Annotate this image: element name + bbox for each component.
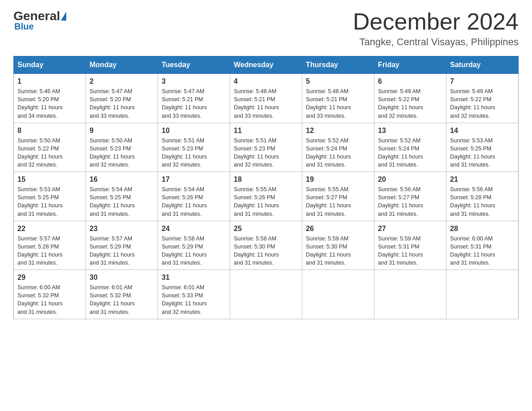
day-cell: 19 Sunrise: 5:55 AMSunset: 5:27 PMDaylig… (302, 172, 374, 221)
day-number: 16 (90, 176, 154, 184)
column-header-sunday: Sunday (14, 56, 86, 74)
day-cell: 6 Sunrise: 5:49 AMSunset: 5:22 PMDayligh… (374, 74, 446, 123)
day-number: 23 (90, 225, 154, 233)
location-title: Tangke, Central Visayas, Philippines (353, 36, 519, 48)
day-info: Sunrise: 5:56 AMSunset: 5:27 PMDaylight:… (378, 185, 442, 218)
day-info: Sunrise: 5:47 AMSunset: 5:20 PMDaylight:… (90, 87, 154, 120)
week-row-2: 8 Sunrise: 5:50 AMSunset: 5:22 PMDayligh… (14, 123, 519, 172)
day-cell: 23 Sunrise: 5:57 AMSunset: 5:29 PMDaylig… (86, 221, 158, 270)
logo: General Blue (13, 9, 67, 32)
day-cell: 25 Sunrise: 5:58 AMSunset: 5:30 PMDaylig… (230, 221, 302, 270)
day-cell: 30 Sunrise: 6:01 AMSunset: 5:32 PMDaylig… (86, 270, 158, 319)
day-cell: 31 Sunrise: 6:01 AMSunset: 5:33 PMDaylig… (158, 270, 230, 319)
day-info: Sunrise: 5:53 AMSunset: 5:25 PMDaylight:… (17, 185, 82, 218)
header-row: SundayMondayTuesdayWednesdayThursdayFrid… (14, 56, 519, 74)
day-number: 9 (90, 127, 154, 135)
day-info: Sunrise: 5:54 AMSunset: 5:26 PMDaylight:… (162, 185, 226, 218)
column-header-tuesday: Tuesday (158, 56, 230, 74)
day-cell: 24 Sunrise: 5:58 AMSunset: 5:29 PMDaylig… (158, 221, 230, 270)
day-number: 2 (90, 77, 154, 86)
day-number: 1 (17, 77, 82, 86)
day-cell: 4 Sunrise: 5:48 AMSunset: 5:21 PMDayligh… (230, 74, 302, 123)
logo-blue-text: Blue (13, 21, 34, 32)
day-info: Sunrise: 6:00 AMSunset: 5:31 PMDaylight:… (450, 235, 515, 267)
day-info: Sunrise: 6:00 AMSunset: 5:32 PMDaylight:… (17, 283, 82, 316)
day-info: Sunrise: 5:50 AMSunset: 5:23 PMDaylight:… (90, 137, 154, 169)
day-cell: 8 Sunrise: 5:50 AMSunset: 5:22 PMDayligh… (14, 123, 86, 172)
day-cell: 10 Sunrise: 5:51 AMSunset: 5:23 PMDaylig… (158, 123, 230, 172)
day-info: Sunrise: 6:01 AMSunset: 5:33 PMDaylight:… (162, 283, 226, 316)
day-info: Sunrise: 5:46 AMSunset: 5:20 PMDaylight:… (17, 87, 82, 120)
day-info: Sunrise: 5:50 AMSunset: 5:22 PMDaylight:… (17, 137, 82, 169)
day-cell: 14 Sunrise: 5:53 AMSunset: 5:25 PMDaylig… (446, 123, 519, 172)
day-cell: 28 Sunrise: 6:00 AMSunset: 5:31 PMDaylig… (446, 221, 519, 270)
week-row-3: 15 Sunrise: 5:53 AMSunset: 5:25 PMDaylig… (14, 172, 519, 221)
day-cell: 15 Sunrise: 5:53 AMSunset: 5:25 PMDaylig… (14, 172, 86, 221)
day-number: 24 (162, 225, 226, 233)
calendar-table: SundayMondayTuesdayWednesdayThursdayFrid… (13, 56, 519, 319)
day-info: Sunrise: 5:57 AMSunset: 5:28 PMDaylight:… (17, 235, 82, 267)
day-number: 11 (234, 127, 298, 135)
month-title: December 2024 (353, 9, 519, 34)
day-cell: 17 Sunrise: 5:54 AMSunset: 5:26 PMDaylig… (158, 172, 230, 221)
page-header: General Blue December 2024 Tangke, Centr… (13, 9, 519, 48)
day-number: 10 (162, 127, 226, 135)
day-info: Sunrise: 5:51 AMSunset: 5:23 PMDaylight:… (162, 137, 226, 169)
day-cell: 27 Sunrise: 5:59 AMSunset: 5:31 PMDaylig… (374, 221, 446, 270)
day-info: Sunrise: 5:56 AMSunset: 5:28 PMDaylight:… (450, 185, 515, 218)
day-number: 5 (306, 77, 370, 86)
day-number: 8 (17, 127, 82, 135)
day-info: Sunrise: 5:58 AMSunset: 5:30 PMDaylight:… (234, 235, 298, 267)
day-cell (446, 270, 519, 319)
column-header-wednesday: Wednesday (230, 56, 302, 74)
day-number: 18 (234, 176, 298, 184)
day-cell: 2 Sunrise: 5:47 AMSunset: 5:20 PMDayligh… (86, 74, 158, 123)
day-info: Sunrise: 5:57 AMSunset: 5:29 PMDaylight:… (90, 235, 154, 267)
day-number: 25 (234, 225, 298, 233)
day-info: Sunrise: 5:49 AMSunset: 5:22 PMDaylight:… (450, 87, 515, 120)
day-info: Sunrise: 5:55 AMSunset: 5:27 PMDaylight:… (306, 185, 370, 218)
logo-triangle-icon (61, 12, 66, 21)
day-number: 22 (17, 225, 82, 233)
day-cell (302, 270, 374, 319)
day-cell: 12 Sunrise: 5:52 AMSunset: 5:24 PMDaylig… (302, 123, 374, 172)
day-number: 12 (306, 127, 370, 135)
week-row-1: 1 Sunrise: 5:46 AMSunset: 5:20 PMDayligh… (14, 74, 519, 123)
week-row-5: 29 Sunrise: 6:00 AMSunset: 5:32 PMDaylig… (14, 270, 519, 319)
day-info: Sunrise: 5:52 AMSunset: 5:24 PMDaylight:… (378, 137, 442, 169)
day-number: 31 (162, 274, 226, 282)
day-cell: 13 Sunrise: 5:52 AMSunset: 5:24 PMDaylig… (374, 123, 446, 172)
day-info: Sunrise: 5:59 AMSunset: 5:31 PMDaylight:… (378, 235, 442, 267)
day-info: Sunrise: 5:53 AMSunset: 5:25 PMDaylight:… (450, 137, 515, 169)
day-info: Sunrise: 5:54 AMSunset: 5:25 PMDaylight:… (90, 185, 154, 218)
day-number: 4 (234, 77, 298, 86)
day-cell (374, 270, 446, 319)
day-cell: 29 Sunrise: 6:00 AMSunset: 5:32 PMDaylig… (14, 270, 86, 319)
column-header-thursday: Thursday (302, 56, 374, 74)
day-cell: 9 Sunrise: 5:50 AMSunset: 5:23 PMDayligh… (86, 123, 158, 172)
day-number: 28 (450, 225, 515, 233)
day-cell: 16 Sunrise: 5:54 AMSunset: 5:25 PMDaylig… (86, 172, 158, 221)
day-number: 3 (162, 77, 226, 86)
day-number: 27 (378, 225, 442, 233)
day-info: Sunrise: 5:47 AMSunset: 5:21 PMDaylight:… (162, 87, 226, 120)
day-info: Sunrise: 5:52 AMSunset: 5:24 PMDaylight:… (306, 137, 370, 169)
column-header-monday: Monday (86, 56, 158, 74)
day-number: 26 (306, 225, 370, 233)
day-cell: 1 Sunrise: 5:46 AMSunset: 5:20 PMDayligh… (14, 74, 86, 123)
day-info: Sunrise: 5:48 AMSunset: 5:21 PMDaylight:… (306, 87, 370, 120)
column-header-friday: Friday (374, 56, 446, 74)
day-cell: 22 Sunrise: 5:57 AMSunset: 5:28 PMDaylig… (14, 221, 86, 270)
day-cell: 3 Sunrise: 5:47 AMSunset: 5:21 PMDayligh… (158, 74, 230, 123)
day-info: Sunrise: 5:49 AMSunset: 5:22 PMDaylight:… (378, 87, 442, 120)
day-number: 13 (378, 127, 442, 135)
day-info: Sunrise: 5:51 AMSunset: 5:23 PMDaylight:… (234, 137, 298, 169)
day-info: Sunrise: 6:01 AMSunset: 5:32 PMDaylight:… (90, 283, 154, 316)
day-number: 30 (90, 274, 154, 282)
day-info: Sunrise: 5:58 AMSunset: 5:29 PMDaylight:… (162, 235, 226, 267)
day-number: 14 (450, 127, 515, 135)
day-number: 6 (378, 77, 442, 86)
day-number: 20 (378, 176, 442, 184)
day-number: 21 (450, 176, 515, 184)
day-cell: 11 Sunrise: 5:51 AMSunset: 5:23 PMDaylig… (230, 123, 302, 172)
